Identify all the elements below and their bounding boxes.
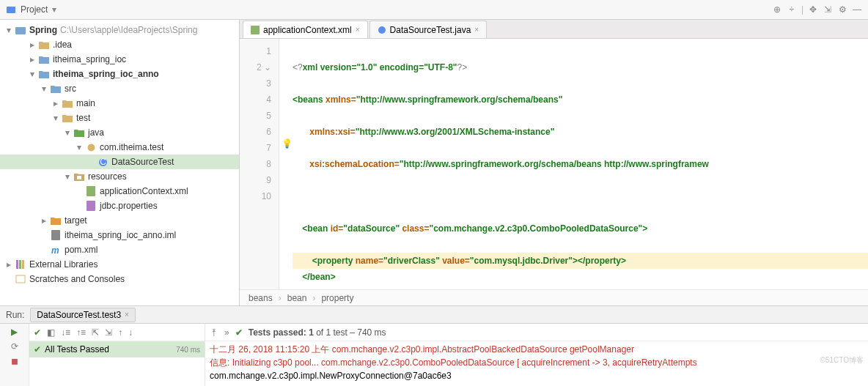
run-actions: ▶ ⟳ ◼ bbox=[0, 324, 29, 386]
test-status-time: 740 ms bbox=[176, 346, 200, 354]
scratches-icon bbox=[15, 273, 26, 285]
run-tab[interactable]: DataSourceTest.test3 × bbox=[30, 308, 136, 322]
project-label[interactable]: Project bbox=[21, 4, 48, 15]
tab-label: DataSourceTest.java bbox=[390, 25, 471, 35]
chevron-icon[interactable]: ▸ bbox=[51, 98, 60, 108]
tree-node[interactable]: CDataSourceTest bbox=[0, 155, 239, 169]
export-icon[interactable]: ⭱ bbox=[210, 327, 218, 338]
tree-node-label: itheima_spring_ioc_anno bbox=[53, 69, 159, 79]
svg-rect-11 bbox=[19, 260, 21, 269]
close-icon[interactable]: × bbox=[125, 311, 129, 319]
svg-text:C: C bbox=[100, 157, 106, 167]
test-status-row[interactable]: ✔ All Tests Passed 740 ms bbox=[29, 341, 205, 357]
tree-node[interactable]: itheima_spring_ioc_anno.iml bbox=[0, 228, 239, 242]
tree-node[interactable]: ▾resources bbox=[0, 169, 239, 184]
tab-application-context[interactable]: applicationContext.xml × bbox=[243, 21, 368, 38]
console-output[interactable]: 十二月 26, 2018 11:15:20 上午 com.mchange.v2.… bbox=[205, 341, 868, 386]
run-tab-label: DataSourceTest.test3 bbox=[37, 310, 121, 320]
svg-rect-12 bbox=[22, 260, 24, 269]
gutter: 12 ⌄345678910 bbox=[240, 39, 279, 289]
sort-icon[interactable]: ↓≡ bbox=[61, 327, 70, 338]
chevron-down-icon[interactable]: ▾ bbox=[52, 4, 56, 15]
breadcrumb-item[interactable]: beans bbox=[249, 293, 273, 303]
test-toolbar: ✔ ◧ ↓≡ ↑≡ ⇱ ⇲ ↑ ↓ bbox=[29, 324, 205, 341]
lightbulb-icon[interactable]: 💡 bbox=[282, 138, 293, 149]
breadcrumb-item[interactable]: bean bbox=[287, 293, 307, 303]
test-status-label: All Tests Passed bbox=[45, 344, 109, 355]
tree-node[interactable]: applicationContext.xml bbox=[0, 184, 239, 198]
chevron-right-icon[interactable]: ▸ bbox=[4, 259, 13, 270]
project-icon bbox=[6, 4, 16, 15]
tree-node[interactable]: ▸itheima_spring_ioc bbox=[0, 52, 239, 67]
resources-icon bbox=[73, 171, 85, 182]
tree-node[interactable]: ▾com.itheima.test bbox=[0, 140, 239, 155]
folder-blue-icon bbox=[38, 53, 50, 65]
hide-icon[interactable]: — bbox=[852, 4, 862, 15]
svg-rect-6 bbox=[87, 186, 95, 196]
tree-node[interactable]: ▸main bbox=[0, 96, 239, 111]
next-icon[interactable]: ↓ bbox=[128, 327, 133, 338]
expand-icon[interactable]: ⇱ bbox=[92, 327, 99, 338]
tab-datasource-test[interactable]: DataSourceTest.java × bbox=[369, 21, 488, 38]
check-icon[interactable]: ✔ bbox=[34, 327, 41, 338]
chevron-icon[interactable]: ▾ bbox=[75, 142, 84, 152]
code-content[interactable]: <?xml version="1.0" encoding="UTF-8"?> <… bbox=[279, 39, 868, 289]
tree-node-label: applicationContext.xml bbox=[100, 186, 188, 196]
tests-passed-count: Tests passed: 1 bbox=[249, 327, 314, 338]
chevron-icon[interactable]: ▾ bbox=[63, 171, 72, 182]
tree-node[interactable]: mpom.xml bbox=[0, 242, 239, 257]
history-icon[interactable]: » bbox=[224, 327, 229, 338]
tree-node[interactable]: ▾test bbox=[0, 111, 239, 125]
chevron-icon[interactable]: ▸ bbox=[28, 40, 37, 50]
svg-rect-10 bbox=[16, 260, 18, 269]
tree-node[interactable]: ▾java bbox=[0, 125, 239, 140]
close-icon[interactable]: × bbox=[356, 26, 360, 34]
check-icon: ✔ bbox=[34, 344, 41, 355]
breadcrumb[interactable]: beans › bean › property bbox=[240, 289, 868, 305]
close-icon[interactable]: × bbox=[474, 26, 479, 34]
chevron-down-icon[interactable]: ▾ bbox=[4, 25, 13, 35]
chevron-icon[interactable]: ▾ bbox=[51, 113, 60, 123]
breadcrumb-item[interactable]: property bbox=[321, 293, 353, 303]
tests-passed-total: of 1 test – 740 ms bbox=[314, 327, 386, 338]
chevron-icon[interactable]: ▾ bbox=[28, 69, 37, 79]
tab-label: applicationContext.xml bbox=[263, 25, 352, 35]
tree-external-libraries[interactable]: ▸ External Libraries bbox=[0, 257, 239, 272]
tree-scratches[interactable]: Scratches and Consoles bbox=[0, 272, 239, 286]
console-line: 信息: bbox=[210, 357, 232, 368]
tree-node[interactable]: ▸target bbox=[0, 213, 239, 228]
chevron-icon[interactable]: ▾ bbox=[40, 83, 48, 94]
collapse-icon[interactable]: ⊕ bbox=[772, 4, 782, 15]
tree-node-label: resources bbox=[88, 171, 127, 182]
collapse-icon[interactable]: ⇲ bbox=[105, 327, 112, 338]
xml-icon bbox=[85, 185, 97, 197]
code-area[interactable]: 12 ⌄345678910 <?xml version="1.0" encodi… bbox=[240, 39, 868, 289]
gear-icon[interactable]: ⚙ bbox=[837, 4, 847, 15]
tree-node-label: DataSourceTest bbox=[111, 157, 174, 167]
tree-node[interactable]: ▾src bbox=[0, 81, 239, 96]
stop-icon[interactable]: ◼ bbox=[11, 356, 18, 366]
tree-node[interactable]: ▾itheima_spring_ioc_anno bbox=[0, 67, 239, 81]
chevron-icon[interactable]: ▾ bbox=[63, 127, 72, 138]
play-icon[interactable]: ▶ bbox=[11, 327, 18, 337]
tree-node-label: test bbox=[76, 113, 90, 123]
project-tree-panel: ▾ Spring C:\Users\apple\IdeaProjects\Spr… bbox=[0, 20, 240, 305]
divide-icon[interactable]: ÷ bbox=[787, 4, 797, 15]
project-tree[interactable]: ▾ Spring C:\Users\apple\IdeaProjects\Spr… bbox=[0, 20, 239, 305]
svg-point-2 bbox=[87, 144, 95, 151]
prev-icon[interactable]: ↑ bbox=[118, 327, 122, 338]
tree-node-label: pom.xml bbox=[65, 245, 98, 255]
filter-icon[interactable]: ↑≡ bbox=[76, 327, 86, 338]
chevron-icon[interactable]: ▸ bbox=[40, 215, 48, 226]
tree-root[interactable]: ▾ Spring C:\Users\apple\IdeaProjects\Spr… bbox=[0, 23, 239, 37]
collapse-all-icon[interactable]: ⇲ bbox=[823, 4, 833, 15]
project-toolbar: Project ▾ ⊕ ÷ | ✥ ⇲ ⚙ — bbox=[0, 0, 868, 20]
locate-icon[interactable]: ✥ bbox=[808, 4, 818, 15]
chevron-icon[interactable]: ▸ bbox=[28, 54, 37, 64]
debug-icon[interactable]: ⟳ bbox=[11, 341, 18, 352]
tree-node[interactable]: ▸.idea bbox=[0, 37, 239, 52]
svg-rect-14 bbox=[251, 26, 260, 34]
layers-icon[interactable]: ◧ bbox=[47, 327, 55, 338]
tree-node[interactable]: jdbc.properties bbox=[0, 198, 239, 213]
test-tree-panel: ✔ ◧ ↓≡ ↑≡ ⇱ ⇲ ↑ ↓ ✔ All Tests Passed 740… bbox=[29, 324, 205, 386]
